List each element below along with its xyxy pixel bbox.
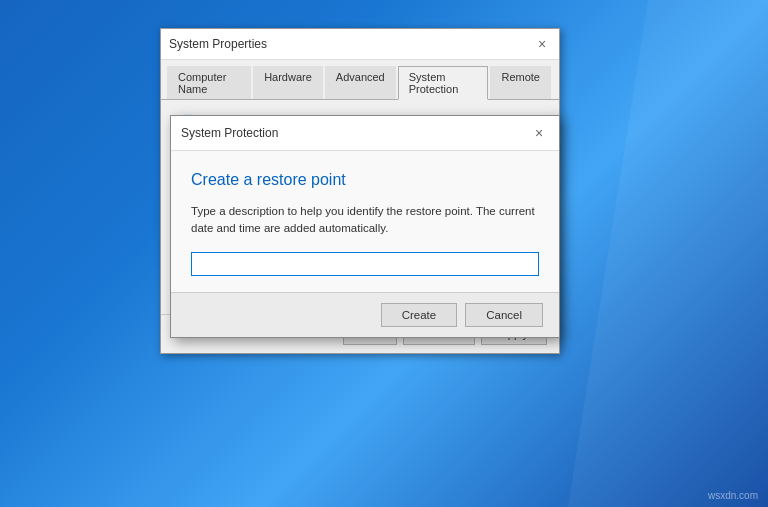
tab-remote[interactable]: Remote [490,66,551,99]
tab-computer-name[interactable]: Computer Name [167,66,251,99]
dialog-title: System Protection [181,126,278,140]
sys-props-titlebar: System Properties × [161,29,559,60]
restore-point-description-input[interactable] [191,252,539,276]
dialog-footer: Create Cancel [171,292,559,337]
tabs-container: Computer Name Hardware Advanced System P… [161,60,559,100]
dialog-description: Type a description to help you identify … [191,203,539,238]
dialog-close-button[interactable]: × [529,123,549,143]
dialog-create-button[interactable]: Create [381,303,458,327]
tab-hardware[interactable]: Hardware [253,66,323,99]
tab-advanced[interactable]: Advanced [325,66,396,99]
sys-props-close-button[interactable]: × [533,35,551,53]
tab-system-protection[interactable]: System Protection [398,66,489,100]
dialog-body: Create a restore point Type a descriptio… [171,151,559,292]
dialog-titlebar: System Protection × [171,116,559,151]
sys-props-title: System Properties [169,37,267,51]
watermark: wsxdn.com [708,490,758,501]
dialog-cancel-button[interactable]: Cancel [465,303,543,327]
desktop: System Properties × Computer Name Hardwa… [0,0,768,507]
system-protection-dialog: System Protection × Create a restore poi… [170,115,560,338]
dialog-heading: Create a restore point [191,171,539,189]
